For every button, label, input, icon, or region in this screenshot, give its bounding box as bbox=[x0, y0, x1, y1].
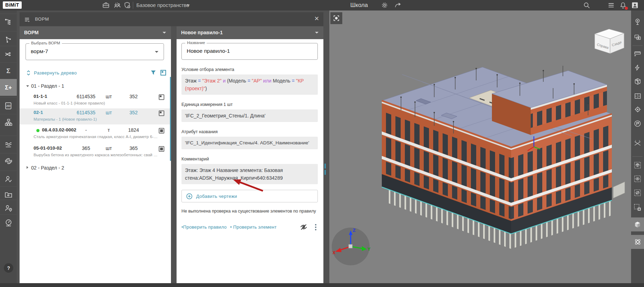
sidebar-item-hierarchy[interactable] bbox=[0, 114, 17, 131]
row-description: Сталь арматурная горячекатаная гладкая, … bbox=[34, 135, 158, 139]
eye-off-icon[interactable] bbox=[299, 223, 308, 231]
row-qty: - bbox=[72, 127, 100, 133]
window-title-bar[interactable]: ВОРМ ✕ bbox=[20, 12, 323, 26]
project-title: Школа bbox=[350, 0, 368, 10]
expand-tree-link[interactable]: Развернуть дерево bbox=[34, 70, 77, 76]
comment-value[interactable]: Этаж: Этаж 4 Название элемента: Базовая … bbox=[181, 164, 318, 184]
row-state-icon[interactable] bbox=[159, 146, 164, 152]
sidebar-item-sum-rules[interactable]: Σ bbox=[0, 62, 17, 79]
chevron-down-icon[interactable] bbox=[315, 32, 319, 34]
sidebar-item-user-location[interactable] bbox=[0, 200, 17, 216]
model-tree-icon[interactable] bbox=[631, 16, 644, 28]
hide-selected-eye-off-icon[interactable] bbox=[631, 187, 644, 199]
panel-mode-icon[interactable] bbox=[160, 69, 167, 76]
focus-capture-button[interactable] bbox=[330, 12, 342, 24]
tree-group-1[interactable]: 01 - Раздел - 1 bbox=[20, 82, 171, 90]
chevron-down-icon[interactable] bbox=[163, 32, 166, 34]
row-state-icon[interactable] bbox=[159, 128, 164, 134]
row-qty: 365 bbox=[72, 145, 100, 151]
show-selected-eye-icon[interactable] bbox=[631, 173, 644, 185]
chevron-down-icon[interactable] bbox=[155, 51, 158, 53]
tree-row-3[interactable]: 08.4.03.02-0002 - т 1824 Сталь арматурна… bbox=[20, 126, 171, 142]
panel-menu-icon[interactable] bbox=[24, 16, 31, 24]
sidebar-item-structure-tree[interactable] bbox=[0, 14, 17, 30]
sigma-icon: Σ bbox=[6, 67, 10, 75]
chevron-down-icon[interactable] bbox=[186, 5, 190, 6]
panel-resize-handle[interactable] bbox=[324, 170, 326, 175]
notifications-bell-icon[interactable] bbox=[619, 1, 627, 9]
tree-group-label: 01 - Раздел - 1 bbox=[31, 83, 64, 89]
rule-panel-header[interactable]: Новое правило-1 bbox=[177, 26, 323, 39]
attribute-label: Атрибут названия bbox=[181, 129, 318, 134]
vorm-select-value: ворм-7 bbox=[31, 48, 148, 55]
measure-ruler-icon[interactable] bbox=[631, 47, 644, 59]
projects-briefcase-icon[interactable] bbox=[102, 1, 110, 9]
help-button[interactable]: ? bbox=[4, 263, 13, 273]
section-cube-icon[interactable] bbox=[631, 76, 644, 87]
condition-value[interactable]: Этаж = "Этаж 2" и (Модель = "АР" или Мод… bbox=[181, 74, 318, 95]
locate-target-icon[interactable] bbox=[631, 103, 644, 115]
account-user-icon[interactable] bbox=[631, 1, 639, 9]
measure-axes-icon[interactable]: 12 bbox=[631, 137, 644, 149]
hierarchy-icon bbox=[4, 118, 13, 127]
sidebar-item-user-tasks[interactable] bbox=[0, 171, 17, 187]
sidebar-item-dashboard[interactable] bbox=[0, 214, 17, 231]
building-model[interactable] bbox=[329, 10, 631, 284]
sidebar-item-view-2d[interactable]: 2D bbox=[0, 97, 17, 114]
expand-collapse-icon[interactable] bbox=[26, 70, 31, 76]
model-viewport[interactable]: Справа Сзади Z X Y bbox=[329, 10, 631, 284]
row-code: 01-1-1 bbox=[34, 94, 47, 99]
toolbar-separator bbox=[632, 156, 643, 157]
clear-selection-icon[interactable] bbox=[631, 201, 644, 213]
axis-x-label: X bbox=[332, 250, 336, 255]
orbit-gyro-icon[interactable] bbox=[631, 235, 644, 249]
app-logo[interactable]: BiMiT bbox=[3, 1, 22, 9]
bottom-status-strip bbox=[0, 283, 644, 287]
filter-icon[interactable] bbox=[150, 70, 157, 76]
selection-cube-icon[interactable] bbox=[631, 159, 644, 171]
settings-gear-icon[interactable] bbox=[380, 1, 389, 9]
sidebar-item-data-mapping[interactable] bbox=[0, 46, 17, 63]
tasks-list-icon[interactable] bbox=[607, 1, 615, 9]
tree-group-2[interactable]: 02 - Раздел - 2 bbox=[20, 164, 171, 172]
more-options-icon[interactable] bbox=[315, 224, 316, 230]
search-icon[interactable] bbox=[582, 1, 591, 9]
tree-row-2-selected[interactable]: 02-1 6114535 шт 352 Материалы - 1 (Новое… bbox=[20, 108, 171, 124]
rule-name-input[interactable] bbox=[187, 48, 302, 54]
vorm-list-panel: ВОРМ Выбрать ВОРМ ворм-7 Развернуть дере… bbox=[20, 26, 171, 283]
close-icon[interactable]: ✕ bbox=[314, 15, 319, 22]
clash-lightning-icon[interactable] bbox=[631, 62, 644, 73]
sidebar-item-connections[interactable] bbox=[0, 31, 17, 48]
check-rule-link[interactable]: •Проверить правило bbox=[181, 224, 227, 230]
tree-group-label: 02 - Раздел - 2 bbox=[31, 165, 64, 171]
workspace-selector[interactable]: Базовое пространство bbox=[136, 0, 189, 10]
floor-plan-icon[interactable] bbox=[631, 90, 644, 102]
capture-views-icon[interactable] bbox=[631, 31, 644, 43]
scrollbar-thumb[interactable] bbox=[170, 77, 171, 161]
user-location-icon bbox=[4, 204, 13, 213]
unit-value[interactable]: 'IFC_2_Геометрия_Стены/1. Длина' bbox=[181, 109, 318, 122]
issues-flag-icon[interactable] bbox=[631, 117, 644, 129]
panel-resize-handle[interactable] bbox=[324, 164, 326, 168]
left-toolbar: Σ Σ+ 2D ? bbox=[0, 10, 17, 283]
row-count: 352 bbox=[117, 110, 150, 115]
check-element-link[interactable]: • Проверить элемент bbox=[230, 224, 277, 230]
sidebar-item-plugins[interactable] bbox=[0, 153, 17, 170]
sidebar-item-analytics[interactable] bbox=[0, 136, 17, 152]
shaded-view-cube-icon[interactable] bbox=[631, 217, 644, 231]
sidebar-item-sum-rules-add[interactable]: Σ+ bbox=[0, 79, 17, 96]
row-code: 08.4.03.02-0002 bbox=[42, 127, 76, 132]
tree-row-1[interactable]: 01-1-1 6114535 шт 352 Новый класс - 01-1… bbox=[20, 92, 171, 108]
attribute-value[interactable]: 'IFC_1_Идентификация_Стены/4. ADSK_Наиме… bbox=[181, 137, 318, 149]
row-state-icon[interactable] bbox=[159, 94, 164, 100]
row-state-icon[interactable] bbox=[159, 110, 164, 116]
add-drawings-button[interactable]: Добавить чертежи bbox=[181, 190, 318, 202]
vorm-panel-header[interactable]: ВОРМ bbox=[20, 26, 171, 39]
view-cube[interactable]: Справа Сзади bbox=[593, 26, 626, 56]
vorm-select[interactable]: Выбрать ВОРМ ворм-7 bbox=[26, 43, 164, 60]
share-icon[interactable] bbox=[394, 1, 402, 9]
teams-icon[interactable] bbox=[113, 1, 121, 9]
navigation-ball[interactable]: Z X Y bbox=[330, 225, 372, 267]
security-badge-icon[interactable] bbox=[123, 1, 131, 9]
tree-row-4[interactable]: 05-01-010-02 365 шт 365 Вырубка бетона и… bbox=[20, 144, 171, 160]
